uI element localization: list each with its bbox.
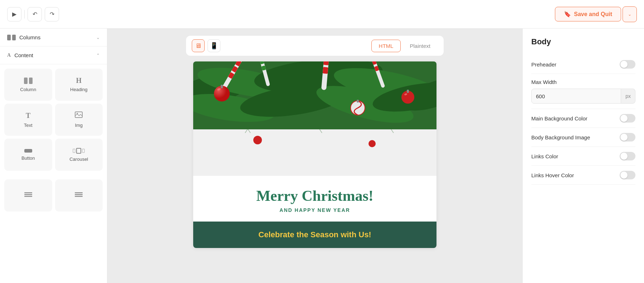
col-block-1	[7, 35, 11, 40]
content-item-button[interactable]: Button	[4, 139, 52, 171]
max-width-label: Max Width	[531, 79, 635, 85]
svg-point-55	[253, 136, 262, 144]
content-grid: Column H Heading T Text	[0, 64, 107, 175]
svg-rect-7	[75, 196, 83, 197]
content-item-heading[interactable]: H Heading	[55, 69, 103, 101]
heading-h-icon: H	[75, 78, 82, 84]
heading-item-label: Heading	[70, 87, 87, 92]
links-hover-color-toggle[interactable]	[620, 171, 635, 179]
save-quit-label: Save and Quit	[574, 11, 612, 18]
max-width-row: Max Width px	[531, 74, 635, 109]
svg-rect-35	[323, 61, 329, 65]
content-label: Content	[14, 52, 33, 58]
toolbar-divider	[24, 10, 25, 19]
links-color-toggle[interactable]	[620, 152, 635, 160]
content-chevron: ⌃	[96, 53, 100, 58]
button-item-label: Button	[21, 155, 35, 161]
button-rect-icon	[24, 149, 32, 153]
img-icon-svg	[75, 111, 83, 118]
svg-rect-47	[407, 90, 409, 93]
text-item-icon: T	[26, 111, 30, 120]
carousel-right	[82, 149, 85, 153]
content-item-img[interactable]: Img	[55, 104, 103, 136]
svg-point-56	[369, 140, 376, 147]
desktop-view-button[interactable]: 🖥	[192, 39, 205, 52]
preheader-row: Preheader	[531, 55, 635, 74]
divider-icon-1	[24, 192, 32, 199]
canvas-area: 🖥 📱 HTML Plaintext	[107, 29, 522, 283]
svg-rect-50	[357, 100, 359, 103]
links-hover-color-row: Links Hover Color	[531, 166, 635, 185]
links-color-label: Links Color	[531, 153, 558, 159]
merry-christmas-text: Merry Christmas!	[208, 187, 422, 204]
main-bg-color-row: Main Background Color	[531, 109, 635, 128]
body-bg-image-label: Body Background Image	[531, 134, 590, 140]
top-toolbar: ▶ ↶ ↷ 🔖 Save and Quit ⌄	[0, 0, 644, 29]
save-icon: 🔖	[564, 11, 571, 18]
device-buttons: 🖥 📱	[192, 39, 220, 52]
celebrate-text: Celebrate the Season with Us!	[208, 230, 422, 239]
img-item-label: Img	[75, 123, 83, 128]
divider-icon-2	[75, 192, 83, 199]
body-bg-image-row: Body Background Image	[531, 128, 635, 147]
svg-rect-19	[193, 129, 436, 176]
text-item-label: Text	[24, 123, 33, 128]
panel-title: Body	[531, 37, 635, 46]
plaintext-tab[interactable]: Plaintext	[402, 40, 438, 52]
html-tab[interactable]: HTML	[371, 40, 401, 52]
svg-rect-6	[75, 194, 83, 195]
view-tabs: HTML Plaintext	[371, 40, 438, 52]
email-preview: Merry Christmas! AND HAPPY NEW YEAR Cele…	[193, 61, 436, 248]
carousel-item-icon	[73, 148, 85, 154]
svg-rect-2	[24, 192, 32, 193]
column-item-icon	[24, 78, 33, 84]
save-quit-button[interactable]: 🔖 Save and Quit	[555, 7, 621, 21]
svg-rect-3	[24, 194, 32, 195]
main-bg-color-toggle[interactable]	[620, 114, 635, 123]
svg-rect-44	[221, 85, 223, 88]
bottom-items	[0, 175, 107, 216]
content-item-column[interactable]: Column	[4, 69, 52, 101]
preheader-toggle[interactable]	[620, 60, 635, 69]
mobile-view-button[interactable]: 📱	[208, 39, 220, 52]
carousel-item-label: Carousel	[69, 157, 88, 162]
svg-rect-4	[24, 196, 32, 197]
bottom-item-1[interactable]	[4, 179, 52, 212]
email-text-section: Merry Christmas! AND HAPPY NEW YEAR	[193, 176, 436, 222]
redo-button[interactable]: ↷	[45, 7, 59, 21]
body-bg-image-toggle[interactable]	[620, 133, 635, 142]
main-layout: Columns ⌄ A Content ⌃ Column	[0, 29, 644, 283]
column-item-label: Column	[20, 87, 36, 92]
columns-chevron: ⌄	[96, 35, 100, 40]
columns-icon	[7, 35, 16, 40]
save-dropdown-button[interactable]: ⌄	[623, 6, 637, 22]
content-item-text[interactable]: T Text	[4, 104, 52, 136]
left-sidebar: Columns ⌄ A Content ⌃ Column	[0, 29, 107, 283]
carousel-center	[76, 148, 81, 154]
svg-rect-5	[75, 192, 83, 193]
heading-item-icon: H	[75, 78, 82, 84]
svg-rect-36	[323, 67, 328, 74]
links-hover-color-label: Links Hover Color	[531, 172, 574, 178]
columns-icon-shape	[7, 35, 16, 40]
bottom-item-2[interactable]	[55, 179, 103, 212]
undo-button[interactable]: ↶	[28, 7, 42, 21]
columns-section-header[interactable]: Columns ⌄	[0, 29, 107, 46]
canvas-toolbar: 🖥 📱 HTML Plaintext	[186, 36, 444, 56]
button-item-icon	[24, 149, 32, 153]
content-item-carousel[interactable]: Carousel	[55, 139, 103, 171]
email-dark-section: Celebrate the Season with Us!	[193, 222, 436, 248]
content-section-header[interactable]: A Content ⌃	[0, 46, 107, 64]
toolbar-left: ▶ ↶ ↷	[7, 7, 59, 21]
toolbar-right: 🔖 Save and Quit ⌄	[555, 6, 637, 22]
max-width-input-group: px	[531, 89, 635, 104]
columns-label: Columns	[19, 34, 40, 40]
text-t-icon: T	[26, 111, 30, 119]
happy-new-year-text: AND HAPPY NEW YEAR	[208, 207, 422, 213]
play-button[interactable]: ▶	[7, 7, 21, 21]
main-bg-color-label: Main Background Color	[531, 115, 587, 121]
max-width-input[interactable]	[531, 89, 621, 104]
col-block-2	[12, 35, 16, 40]
img-item-icon	[75, 111, 83, 120]
columns-section-title: Columns	[7, 34, 40, 40]
